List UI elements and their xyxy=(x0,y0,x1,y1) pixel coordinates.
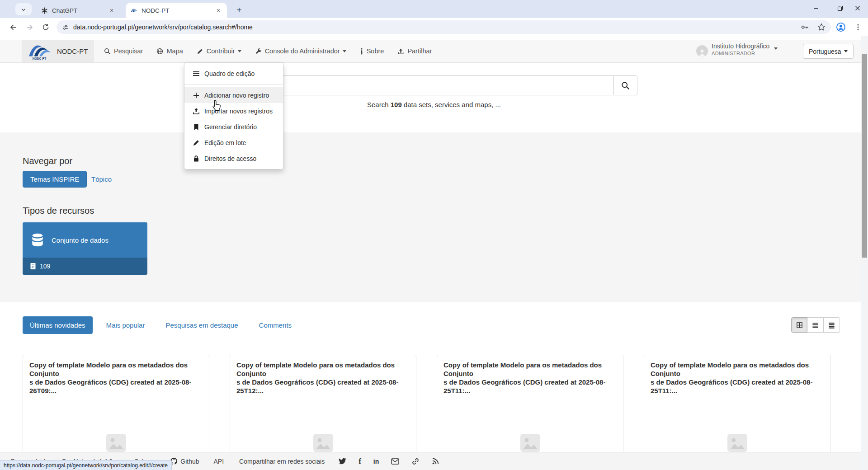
nav-item-contribuir[interactable]: Contribuir xyxy=(190,40,248,62)
tab-close-icon[interactable]: × xyxy=(214,6,222,14)
search-icon xyxy=(621,81,630,90)
profile-avatar[interactable] xyxy=(834,20,848,34)
nav-item-mapa[interactable]: Mapa xyxy=(150,40,189,62)
twitter-icon xyxy=(338,458,346,465)
thumbnail-placeholder xyxy=(437,433,623,453)
menu-item-quadro-de-edicao[interactable]: Quadro de edição xyxy=(184,66,283,81)
reload-button[interactable] xyxy=(39,20,52,34)
thumbnail-placeholder xyxy=(23,433,209,453)
email-link[interactable] xyxy=(391,458,399,465)
tab-title: NODC-PT xyxy=(142,7,214,14)
title-line: Copy of template Modelo para os metadado… xyxy=(236,361,410,378)
forward-button[interactable] xyxy=(23,20,36,34)
link-icon xyxy=(411,457,420,465)
geonetwork-page: NODC-PT NODC-PT Pesquisar Mapa Contribui… xyxy=(0,36,868,470)
language-selector[interactable]: Portuguesa xyxy=(803,44,854,59)
url-bar[interactable]: data.nodc-portugal.pt/geonetwork/srv/por… xyxy=(57,20,831,34)
search-icon xyxy=(104,48,111,55)
facebook-link[interactable]: f xyxy=(359,457,361,466)
tab-comments[interactable]: Comments xyxy=(252,316,299,334)
pencil-icon xyxy=(193,139,200,146)
menu-item-direitos-de-acesso[interactable]: Direitos de acesso xyxy=(184,150,283,166)
dataset-type-header[interactable]: Conjunto de dados xyxy=(23,222,147,258)
user-menu[interactable]: Instituto Hidrográfico ADMINISTRADOR xyxy=(696,42,778,57)
browser-tab-chatgpt[interactable]: ChatGPT × xyxy=(36,3,120,18)
title-line: s de Dados Geográficos (CDG) created at … xyxy=(443,378,617,395)
resource-types-title: Tipos de recursos xyxy=(23,206,94,216)
nav-item-console-admin[interactable]: Console do Administrador xyxy=(248,40,353,62)
back-button[interactable] xyxy=(6,20,20,34)
scrollbar-thumb[interactable] xyxy=(862,54,867,258)
footer-github-link[interactable]: Github xyxy=(170,457,199,465)
window-close-button[interactable] xyxy=(847,0,868,16)
list-view-button[interactable] xyxy=(807,317,824,333)
title-line: Copy of template Modelo para os metadado… xyxy=(29,361,203,378)
nav-item-label: Sobre xyxy=(367,47,384,55)
nav-item-label: Console do Administrador xyxy=(265,47,340,55)
tab-mais-popular[interactable]: Mais popular xyxy=(99,316,152,334)
menu-item-importar-novos-registros[interactable]: Importar novos registros xyxy=(184,103,283,119)
tab-ultimas-novidades[interactable]: Últimas novidades xyxy=(23,316,93,334)
rss-link[interactable] xyxy=(432,457,439,465)
chevron-down-icon xyxy=(238,50,241,52)
view-toggle-group xyxy=(791,317,840,333)
search-input[interactable] xyxy=(231,75,613,95)
grid-view-button[interactable] xyxy=(791,317,807,333)
bookmark-star-icon[interactable] xyxy=(817,23,826,31)
latest-tabs: Últimas novidades Mais popular Pesquisas… xyxy=(23,316,305,334)
thumbnail-placeholder xyxy=(644,433,830,453)
minimize-icon xyxy=(813,5,819,11)
nav-item-label: Pesquisar xyxy=(114,47,143,55)
status-link-preview: https://data.nodc-portugal.pt/geonetwork… xyxy=(0,460,172,470)
metadata-card-title: Copy of template Modelo para os metadado… xyxy=(644,355,830,400)
dataset-type-card[interactable]: Conjunto de dados 109 xyxy=(23,222,147,275)
page-scrollbar[interactable] xyxy=(861,36,868,470)
new-tab-button[interactable]: + xyxy=(233,4,245,16)
topico-link[interactable]: Tópico xyxy=(91,175,112,183)
tab-close-icon[interactable]: × xyxy=(108,6,116,14)
window-minimize-button[interactable] xyxy=(806,0,826,16)
svg-text:NODC-PT: NODC-PT xyxy=(33,57,46,60)
nav-item-partilhar[interactable]: Partilhar xyxy=(391,40,439,62)
wrench-icon xyxy=(255,48,262,55)
chevron-down-icon xyxy=(774,47,778,50)
tab-title: ChatGPT xyxy=(52,7,108,14)
linkedin-link[interactable]: in xyxy=(373,458,379,465)
language-label: Portuguesa xyxy=(809,48,841,55)
metadata-card-title: Copy of template Modelo para os metadado… xyxy=(23,355,209,400)
title-line: s de Dados Geográficos (CDG) created at … xyxy=(651,378,824,395)
share-icon xyxy=(397,48,404,55)
menu-item-gerenciar-diretorio[interactable]: Gerenciar diretório xyxy=(184,119,283,135)
password-key-icon[interactable] xyxy=(800,23,809,32)
list-view-icon xyxy=(812,322,819,329)
nav-item-pesquisar[interactable]: Pesquisar xyxy=(97,40,150,62)
search-row xyxy=(231,75,637,95)
temas-inspire-button[interactable]: Temas INSPIRE xyxy=(23,171,87,188)
site-settings-icon[interactable] xyxy=(62,24,69,31)
search-hint-suffix: data sets, services and maps, ... xyxy=(402,101,501,108)
permalink-link[interactable] xyxy=(411,457,420,465)
twitter-link[interactable] xyxy=(338,458,346,465)
dataset-type-count-row[interactable]: 109 xyxy=(23,258,147,275)
menu-item-edicao-em-lote[interactable]: Edição em lote xyxy=(184,135,283,150)
browser-menu-button[interactable] xyxy=(851,20,865,34)
brand-title: NODC-PT xyxy=(57,47,88,55)
globe-icon xyxy=(156,48,163,55)
tab-pesquisas-em-destaque[interactable]: Pesquisas em destaque xyxy=(158,316,245,334)
footer-share-label: Compartilhar em redes sociais xyxy=(239,458,325,465)
nav-item-sobre[interactable]: Sobre xyxy=(353,40,391,62)
database-icon xyxy=(30,232,45,248)
search-button[interactable] xyxy=(613,75,637,95)
tab-search-button[interactable] xyxy=(15,3,32,15)
social-links: f in xyxy=(338,457,452,466)
title-line: s de Dados Geográficos (CDG) created at … xyxy=(236,378,410,395)
footer-api-link[interactable]: API xyxy=(214,458,224,465)
menu-item-label: Quadro de edição xyxy=(204,70,255,77)
envelope-icon xyxy=(391,458,399,465)
site-navbar: NODC-PT NODC-PT Pesquisar Mapa Contribui… xyxy=(0,40,868,63)
full-view-button[interactable] xyxy=(824,317,840,333)
nav-item-label: Mapa xyxy=(166,47,183,55)
menu-item-adicionar-novo-registro[interactable]: Adicionar novo registro xyxy=(184,87,283,103)
brand[interactable]: NODC-PT NODC-PT xyxy=(22,40,94,62)
browser-tab-nodcpt[interactable]: NODC-PT × xyxy=(126,3,227,18)
